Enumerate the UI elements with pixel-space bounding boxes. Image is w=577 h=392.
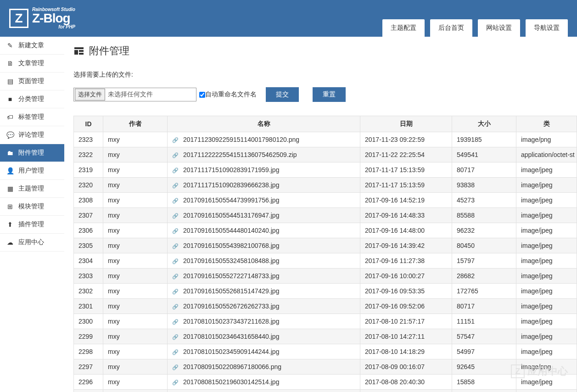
cell-type: image/jpeg — [516, 314, 577, 329]
sidebar-item-doc[interactable]: 🗎文章管理 — [0, 55, 64, 73]
cell-name: 🔗201709161505544480140240.jpg — [168, 223, 360, 238]
file-link[interactable]: 201708101502373437211628.jpg — [183, 318, 279, 325]
cell-id: 2298 — [74, 344, 103, 359]
file-link[interactable]: 201708081502196030142514.jpg — [183, 378, 279, 386]
link-icon[interactable]: 🔗 — [172, 137, 179, 143]
sidebar-item-new[interactable]: ✎新建文章 — [0, 37, 64, 55]
file-link[interactable]: 201709161505543982100768.jpg — [183, 242, 279, 249]
attachment-icon — [73, 45, 84, 56]
link-icon[interactable]: 🔗 — [172, 289, 179, 294]
cell-type: image/jpeg — [516, 253, 577, 269]
sidebar-item-module[interactable]: ⊞模块管理 — [0, 198, 64, 216]
table-header-row: ID 作者 名称 日期 大小 类 — [74, 116, 577, 132]
cell-date: 2017-08-08 17:21:28 — [360, 390, 452, 392]
cell-size: 92645 — [452, 359, 516, 375]
link-icon[interactable]: 🔗 — [172, 380, 179, 385]
logo[interactable]: Z Rainbowsoft Studio Z-Blog for PHP — [9, 7, 75, 29]
cell-size: 80450 — [452, 238, 516, 253]
cell-size: 1939185 — [452, 132, 516, 147]
cell-id: 2303 — [74, 269, 103, 284]
file-link[interactable]: 20171122222554151136075462509.zip — [183, 151, 297, 158]
topnav-item-0[interactable]: 主题配置 — [382, 19, 425, 37]
sidebar-item-comment[interactable]: 💬评论管理 — [0, 126, 64, 144]
cell-type: image/jpeg — [516, 223, 577, 238]
submit-button[interactable]: 提交 — [266, 87, 299, 102]
cell-id: 2299 — [74, 329, 103, 344]
link-icon[interactable]: 🔗 — [172, 152, 179, 158]
sidebar-item-plugin[interactable]: ⬆插件管理 — [0, 216, 64, 234]
file-link[interactable]: 201709161505544480140240.jpg — [183, 227, 279, 234]
sidebar-item-user[interactable]: 👤用户管理 — [0, 162, 64, 180]
table-row: 2319mxy🔗201711171510902839171959.jpg2017… — [74, 162, 577, 178]
sidebar-item-tag[interactable]: 🏷标签管理 — [0, 108, 64, 126]
link-icon[interactable]: 🔗 — [172, 274, 179, 279]
link-icon[interactable]: 🔗 — [172, 304, 179, 309]
link-icon[interactable]: 🔗 — [172, 334, 179, 340]
file-link[interactable]: 201709161505532458108488.jpg — [183, 257, 279, 264]
link-icon[interactable]: 🔗 — [172, 258, 179, 264]
svg-rect-0 — [74, 47, 84, 49]
file-link[interactable]: 201709161505544513176947.jpg — [183, 212, 279, 219]
reset-button[interactable]: 重置 — [313, 87, 346, 102]
table-row: 2322mxy🔗20171122222554151136075462509.zi… — [74, 147, 577, 162]
link-icon[interactable]: 🔗 — [172, 168, 179, 173]
link-icon[interactable]: 🔗 — [172, 228, 179, 234]
cell-size: 45273 — [452, 193, 516, 208]
sidebar-item-label: 页面管理 — [18, 77, 44, 85]
file-input[interactable]: 选择文件 未选择任何文件 — [73, 88, 196, 101]
choose-file-button[interactable]: 选择文件 — [75, 89, 105, 101]
cell-date: 2017-09-16 14:48:00 — [360, 223, 452, 238]
link-icon[interactable]: 🔗 — [172, 183, 179, 188]
file-link[interactable]: 201709161505526815147429.jpg — [183, 287, 279, 295]
cell-date: 2017-11-17 15:13:59 — [360, 178, 452, 193]
cell-size: 15797 — [452, 253, 516, 269]
app-icon: ☁ — [6, 239, 15, 246]
auto-rename-label[interactable]: 自动重命名文件名 — [199, 90, 257, 99]
file-link[interactable]: 201709161505544739991756.jpg — [183, 196, 279, 204]
module-icon: ⊞ — [6, 203, 15, 210]
file-link[interactable]: 20171123092259151140017980120.png — [183, 136, 299, 143]
cell-size: 85588 — [452, 208, 516, 223]
svg-rect-1 — [74, 50, 78, 55]
cell-author: mxy — [103, 314, 168, 329]
cell-id: 2305 — [74, 238, 103, 253]
sidebar-item-theme[interactable]: ▦主题管理 — [0, 180, 64, 198]
sidebar-item-attach[interactable]: 🖿附件管理 — [0, 144, 64, 162]
file-status-text: 未选择任何文件 — [108, 90, 153, 99]
link-icon[interactable]: 🔗 — [172, 213, 179, 218]
topnav-item-3[interactable]: 导航设置 — [526, 19, 568, 37]
file-link[interactable]: 201708101502345909144244.jpg — [183, 348, 279, 355]
link-icon[interactable]: 🔗 — [172, 349, 179, 355]
sidebar-item-label: 新建文章 — [18, 41, 44, 50]
link-icon[interactable]: 🔗 — [172, 243, 179, 249]
file-link[interactable]: 201711171510902839171959.jpg — [183, 166, 279, 174]
upload-label: 选择需要上传的文件: — [73, 71, 577, 79]
cell-date: 2017-08-10 14:18:29 — [360, 344, 452, 359]
sidebar-item-app[interactable]: ☁应用中心 — [0, 234, 64, 252]
doc-icon: 🗎 — [6, 60, 15, 67]
cell-size: 191791 — [452, 390, 516, 392]
cell-author: mxy — [103, 132, 168, 147]
sidebar-item-folder[interactable]: ■分类管理 — [0, 90, 64, 108]
link-icon[interactable]: 🔗 — [172, 364, 179, 370]
file-link[interactable]: 201709161505526726262733.jpg — [183, 302, 279, 310]
file-link[interactable]: 201708091502208967180066.png — [183, 363, 281, 370]
cell-date: 2017-09-16 14:52:19 — [360, 193, 452, 208]
cell-name: 🔗201708081502196030142514.jpg — [168, 375, 360, 390]
link-icon[interactable]: 🔗 — [172, 319, 179, 325]
auto-rename-checkbox[interactable] — [199, 92, 205, 98]
cell-author: mxy — [103, 193, 168, 208]
file-link[interactable]: 201708101502346431658440.jpg — [183, 333, 279, 340]
file-link[interactable]: 201709161505527227148733.jpg — [183, 272, 279, 280]
cell-id: 2320 — [74, 178, 103, 193]
sidebar-item-label: 附件管理 — [18, 149, 44, 157]
file-link[interactable]: 201711171510902839666238.jpg — [183, 181, 279, 189]
cell-author: mxy — [103, 178, 168, 193]
sidebar-item-label: 主题管理 — [18, 185, 44, 193]
topnav-item-2[interactable]: 网站设置 — [478, 19, 520, 37]
topnav-item-1[interactable]: 后台首页 — [430, 19, 472, 37]
cell-author: mxy — [103, 344, 168, 359]
sidebar-item-page[interactable]: ▤页面管理 — [0, 73, 64, 90]
table-row: 2300mxy🔗201708101502373437211628.jpg2017… — [74, 314, 577, 329]
link-icon[interactable]: 🔗 — [172, 198, 179, 203]
